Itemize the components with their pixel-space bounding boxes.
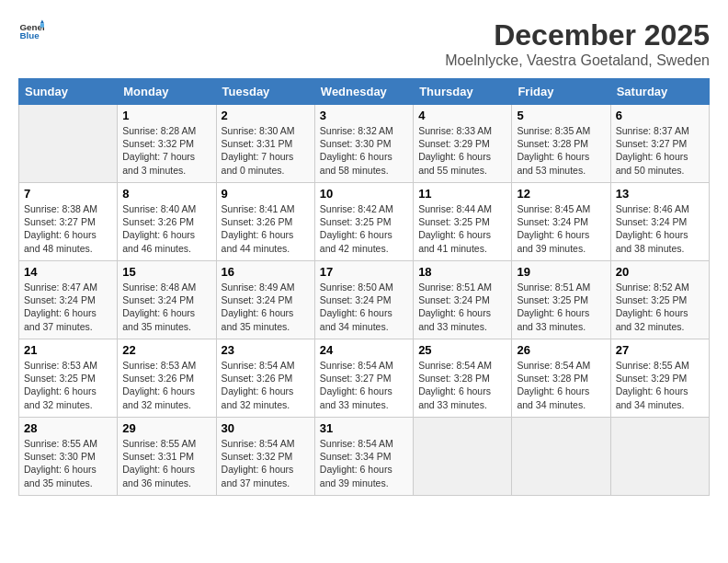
day-info: Sunrise: 8:54 AM Sunset: 3:34 PM Dayligh… — [320, 437, 408, 489]
day-number: 2 — [222, 109, 310, 122]
day-info: Sunrise: 8:53 AM Sunset: 3:26 PM Dayligh… — [122, 359, 210, 411]
calendar-cell: 6Sunrise: 8:37 AM Sunset: 3:27 PM Daylig… — [610, 105, 709, 183]
calendar-cell: 4Sunrise: 8:33 AM Sunset: 3:29 PM Daylig… — [414, 105, 512, 183]
page-header: General Blue December 2025 Moelnlycke, V… — [18, 18, 710, 69]
calendar-cell: 18Sunrise: 8:51 AM Sunset: 3:24 PM Dayli… — [414, 261, 512, 339]
day-number: 21 — [24, 343, 112, 357]
calendar-cell: 28Sunrise: 8:55 AM Sunset: 3:30 PM Dayli… — [19, 418, 118, 496]
header-day-friday: Friday — [512, 79, 610, 105]
day-info: Sunrise: 8:44 AM Sunset: 3:25 PM Dayligh… — [418, 202, 506, 255]
header-day-thursday: Thursday — [414, 79, 512, 105]
calendar-week-5: 28Sunrise: 8:55 AM Sunset: 3:30 PM Dayli… — [19, 418, 710, 496]
day-number: 13 — [616, 187, 704, 201]
day-number: 5 — [517, 109, 605, 122]
calendar-cell: 12Sunrise: 8:45 AM Sunset: 3:24 PM Dayli… — [512, 183, 610, 261]
calendar-body: 1Sunrise: 8:28 AM Sunset: 3:32 PM Daylig… — [19, 105, 710, 496]
day-info: Sunrise: 8:54 AM Sunset: 3:28 PM Dayligh… — [418, 359, 506, 411]
logo: General Blue — [18, 18, 44, 44]
calendar-cell: 21Sunrise: 8:53 AM Sunset: 3:25 PM Dayli… — [19, 339, 118, 418]
day-info: Sunrise: 8:28 AM Sunset: 3:32 PM Dayligh… — [122, 124, 210, 177]
title-section: December 2025 Moelnlycke, Vaestra Goetal… — [445, 18, 710, 69]
day-number: 14 — [24, 265, 112, 279]
day-info: Sunrise: 8:48 AM Sunset: 3:24 PM Dayligh… — [122, 281, 210, 333]
calendar-cell: 17Sunrise: 8:50 AM Sunset: 3:24 PM Dayli… — [314, 261, 413, 339]
header-day-wednesday: Wednesday — [314, 79, 413, 105]
day-number: 16 — [222, 265, 310, 279]
calendar-cell: 25Sunrise: 8:54 AM Sunset: 3:28 PM Dayli… — [414, 339, 512, 418]
calendar-week-3: 14Sunrise: 8:47 AM Sunset: 3:24 PM Dayli… — [19, 261, 710, 339]
day-number: 17 — [320, 265, 408, 279]
calendar-cell: 3Sunrise: 8:32 AM Sunset: 3:30 PM Daylig… — [314, 105, 413, 183]
day-number: 24 — [320, 343, 408, 357]
day-info: Sunrise: 8:38 AM Sunset: 3:27 PM Dayligh… — [24, 202, 112, 255]
calendar-cell: 31Sunrise: 8:54 AM Sunset: 3:34 PM Dayli… — [314, 418, 413, 496]
calendar-cell: 13Sunrise: 8:46 AM Sunset: 3:24 PM Dayli… — [610, 183, 709, 261]
day-number: 4 — [418, 109, 506, 122]
calendar-cell: 24Sunrise: 8:54 AM Sunset: 3:27 PM Dayli… — [314, 339, 413, 418]
day-number: 10 — [320, 187, 408, 201]
day-number: 29 — [122, 421, 210, 435]
header-day-monday: Monday — [118, 79, 216, 105]
header-day-tuesday: Tuesday — [216, 79, 314, 105]
day-number: 7 — [24, 187, 112, 201]
calendar-week-4: 21Sunrise: 8:53 AM Sunset: 3:25 PM Dayli… — [19, 339, 710, 418]
calendar-cell: 29Sunrise: 8:55 AM Sunset: 3:31 PM Dayli… — [118, 418, 216, 496]
day-info: Sunrise: 8:35 AM Sunset: 3:28 PM Dayligh… — [517, 124, 605, 177]
day-info: Sunrise: 8:41 AM Sunset: 3:26 PM Dayligh… — [222, 202, 310, 255]
day-number: 19 — [517, 265, 605, 279]
day-number: 30 — [222, 421, 310, 435]
day-info: Sunrise: 8:42 AM Sunset: 3:25 PM Dayligh… — [320, 202, 408, 255]
day-info: Sunrise: 8:32 AM Sunset: 3:30 PM Dayligh… — [320, 124, 408, 177]
day-info: Sunrise: 8:54 AM Sunset: 3:32 PM Dayligh… — [222, 437, 310, 489]
day-number: 27 — [616, 343, 704, 357]
day-info: Sunrise: 8:52 AM Sunset: 3:25 PM Dayligh… — [616, 281, 704, 333]
calendar-cell — [512, 418, 610, 496]
calendar-table: SundayMondayTuesdayWednesdayThursdayFrid… — [18, 78, 710, 496]
calendar-cell — [19, 105, 118, 183]
day-info: Sunrise: 8:51 AM Sunset: 3:24 PM Dayligh… — [418, 281, 506, 333]
day-number: 23 — [222, 343, 310, 357]
calendar-cell: 16Sunrise: 8:49 AM Sunset: 3:24 PM Dayli… — [216, 261, 314, 339]
day-info: Sunrise: 8:55 AM Sunset: 3:30 PM Dayligh… — [24, 437, 112, 489]
day-number: 15 — [122, 265, 210, 279]
calendar-header-row: SundayMondayTuesdayWednesdayThursdayFrid… — [19, 79, 710, 105]
calendar-cell: 11Sunrise: 8:44 AM Sunset: 3:25 PM Dayli… — [414, 183, 512, 261]
day-info: Sunrise: 8:33 AM Sunset: 3:29 PM Dayligh… — [418, 124, 506, 177]
day-number: 18 — [418, 265, 506, 279]
day-info: Sunrise: 8:47 AM Sunset: 3:24 PM Dayligh… — [24, 281, 112, 333]
day-number: 22 — [122, 343, 210, 357]
day-info: Sunrise: 8:40 AM Sunset: 3:26 PM Dayligh… — [122, 202, 210, 255]
logo-icon: General Blue — [18, 18, 44, 44]
day-info: Sunrise: 8:55 AM Sunset: 3:31 PM Dayligh… — [122, 437, 210, 489]
calendar-cell: 9Sunrise: 8:41 AM Sunset: 3:26 PM Daylig… — [216, 183, 314, 261]
calendar-cell: 20Sunrise: 8:52 AM Sunset: 3:25 PM Dayli… — [610, 261, 709, 339]
day-number: 11 — [418, 187, 506, 201]
calendar-cell: 1Sunrise: 8:28 AM Sunset: 3:32 PM Daylig… — [118, 105, 216, 183]
day-info: Sunrise: 8:49 AM Sunset: 3:24 PM Dayligh… — [222, 281, 310, 333]
day-info: Sunrise: 8:53 AM Sunset: 3:25 PM Dayligh… — [24, 359, 112, 411]
calendar-week-1: 1Sunrise: 8:28 AM Sunset: 3:32 PM Daylig… — [19, 105, 710, 183]
calendar-cell: 26Sunrise: 8:54 AM Sunset: 3:28 PM Dayli… — [512, 339, 610, 418]
day-number: 3 — [320, 109, 408, 122]
calendar-cell: 10Sunrise: 8:42 AM Sunset: 3:25 PM Dayli… — [314, 183, 413, 261]
day-number: 12 — [517, 187, 605, 201]
day-info: Sunrise: 8:51 AM Sunset: 3:25 PM Dayligh… — [517, 281, 605, 333]
day-number: 1 — [122, 109, 210, 122]
header-day-saturday: Saturday — [610, 79, 709, 105]
calendar-cell — [610, 418, 709, 496]
day-info: Sunrise: 8:46 AM Sunset: 3:24 PM Dayligh… — [616, 202, 704, 255]
calendar-cell — [414, 418, 512, 496]
calendar-cell: 14Sunrise: 8:47 AM Sunset: 3:24 PM Dayli… — [19, 261, 118, 339]
day-info: Sunrise: 8:45 AM Sunset: 3:24 PM Dayligh… — [517, 202, 605, 255]
month-title: December 2025 — [445, 18, 710, 52]
calendar-cell: 30Sunrise: 8:54 AM Sunset: 3:32 PM Dayli… — [216, 418, 314, 496]
day-info: Sunrise: 8:50 AM Sunset: 3:24 PM Dayligh… — [320, 281, 408, 333]
calendar-cell: 23Sunrise: 8:54 AM Sunset: 3:26 PM Dayli… — [216, 339, 314, 418]
day-info: Sunrise: 8:54 AM Sunset: 3:28 PM Dayligh… — [517, 359, 605, 411]
day-number: 20 — [616, 265, 704, 279]
header-day-sunday: Sunday — [19, 79, 118, 105]
day-info: Sunrise: 8:54 AM Sunset: 3:27 PM Dayligh… — [320, 359, 408, 411]
calendar-cell: 19Sunrise: 8:51 AM Sunset: 3:25 PM Dayli… — [512, 261, 610, 339]
svg-marker-3 — [40, 24, 44, 28]
svg-text:Blue: Blue — [19, 30, 40, 40]
